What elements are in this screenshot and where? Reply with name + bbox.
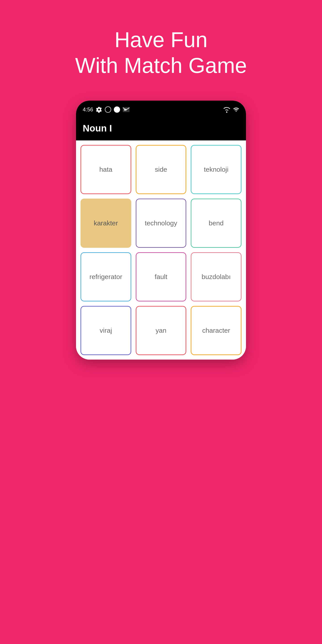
app-toolbar: Noun I	[76, 118, 246, 140]
hero-title-line2: With Match Game	[75, 54, 247, 77]
card-label-12: character	[200, 324, 232, 336]
wifi-icon	[223, 106, 230, 113]
card-11[interactable]: yan	[136, 306, 186, 355]
toolbar-title: Noun I	[83, 123, 239, 134]
card-label-11: yan	[154, 324, 168, 336]
card-6[interactable]: bend	[191, 198, 242, 248]
status-right	[223, 106, 239, 113]
card-label-4: karakter	[92, 217, 120, 229]
gear-icon	[96, 106, 102, 113]
card-label-2: side	[152, 164, 169, 176]
card-label-3: teknoloji	[202, 164, 231, 176]
phone-mockup: 4:56 M	[76, 100, 246, 360]
card-2[interactable]: side	[136, 145, 186, 194]
status-time: 4:56	[83, 106, 93, 113]
cards-grid: hata side teknoloji karakter technology …	[80, 145, 242, 355]
card-label-9: buzdolabı	[200, 271, 233, 283]
card-12[interactable]: character	[191, 306, 242, 355]
card-label-8: fault	[152, 271, 170, 283]
card-label-6: bend	[206, 217, 226, 229]
status-circle-empty	[105, 106, 111, 113]
hero-title-line1: Have Fun	[114, 28, 208, 52]
phone-content: hata side teknoloji karakter technology …	[76, 140, 246, 360]
card-5[interactable]: technology	[136, 198, 186, 248]
card-label-5: technology	[142, 217, 179, 229]
card-7[interactable]: refrigerator	[80, 252, 131, 302]
card-3[interactable]: teknoloji	[191, 145, 242, 194]
hero-title: Have Fun With Match Game	[75, 27, 247, 78]
card-label-10: viraj	[98, 324, 114, 336]
svg-text:M: M	[124, 108, 126, 112]
card-label-7: refrigerator	[87, 271, 124, 283]
status-bar: 4:56 M	[76, 100, 246, 118]
card-1[interactable]: hata	[80, 145, 131, 194]
signal-icon	[233, 106, 239, 113]
status-circle-filled	[114, 106, 120, 113]
card-label-1: hata	[97, 164, 114, 176]
card-9[interactable]: buzdolabı	[191, 252, 242, 302]
phone-notch	[139, 100, 183, 114]
card-10[interactable]: viraj	[80, 306, 131, 355]
gmail-icon: M	[123, 107, 130, 112]
status-left: 4:56 M	[83, 106, 130, 113]
card-8[interactable]: fault	[136, 252, 186, 302]
card-4[interactable]: karakter	[80, 198, 131, 248]
